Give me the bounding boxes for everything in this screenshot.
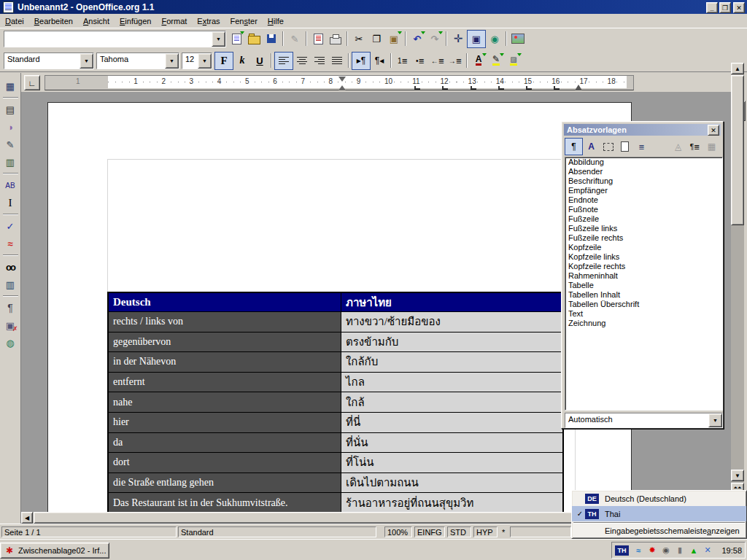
print-icon[interactable] xyxy=(327,31,344,47)
style-list-item[interactable]: Rahmeninhalt xyxy=(565,271,722,281)
autotext-icon[interactable]: AB xyxy=(1,176,20,194)
table-cell-thai[interactable]: ตรงข้ามกับ xyxy=(341,332,562,352)
gallery-icon[interactable] xyxy=(509,31,527,47)
table-cell-thai[interactable]: ใกล้กับ xyxy=(341,352,562,372)
paragraph-style-combobox[interactable]: Standard ▼ xyxy=(4,52,94,69)
remove-hardware-icon[interactable]: ▲ xyxy=(688,545,700,556)
save-icon[interactable] xyxy=(263,31,280,47)
highlighting-icon[interactable]: ✎ xyxy=(487,52,505,69)
vertical-scrollbar[interactable]: ▲ ▼ ⏶⏶ ⏷⏷ xyxy=(731,63,744,512)
draw-functions-icon[interactable]: ✎ xyxy=(1,136,20,153)
insert-frame-icon[interactable]: ▤ xyxy=(1,101,20,118)
ooo-quickstarter-icon[interactable]: ≈ xyxy=(632,545,644,556)
chevron-down-icon[interactable]: ▼ xyxy=(198,53,212,69)
paragraph-style-value[interactable]: Standard xyxy=(4,53,80,69)
table-cell-thai[interactable]: ที่โน่น xyxy=(341,453,562,472)
style-list-item[interactable]: Abbildung xyxy=(565,158,722,167)
style-filter-combobox[interactable]: Automatisch ▼ xyxy=(565,413,723,428)
table-header-de[interactable]: Deutsch xyxy=(109,293,341,311)
load-url-value[interactable] xyxy=(4,31,212,47)
align-justify-icon[interactable] xyxy=(328,52,346,69)
style-list-item[interactable]: Kopfzeile links xyxy=(565,252,722,262)
tab-type-selector[interactable]: ∟ xyxy=(24,75,40,90)
nonprinting-characters-icon[interactable]: ¶ xyxy=(1,299,20,316)
style-list-item[interactable]: Zeichnung xyxy=(565,319,722,328)
language-menu-item[interactable]: ✓ TH Thai xyxy=(572,506,746,521)
table-cell-thai[interactable]: ที่นั่น xyxy=(341,433,562,453)
undo-icon[interactable]: ↶ xyxy=(409,31,426,47)
right-indent-marker[interactable] xyxy=(575,81,582,90)
scroll-down-icon[interactable]: ▼ xyxy=(731,470,744,481)
font-name-value[interactable]: Tahoma xyxy=(97,53,165,69)
new-style-from-selection-icon[interactable]: ¶≣ xyxy=(686,139,703,155)
spellcheck-icon[interactable]: ✓ xyxy=(1,217,20,235)
paragraph-styles-icon[interactable]: ¶ xyxy=(565,138,583,155)
menu-item[interactable]: Bearbeiten xyxy=(29,15,78,27)
stylist-title-bar[interactable]: Absatzvorlagen ✕ xyxy=(564,124,721,136)
align-center-icon[interactable] xyxy=(293,52,311,69)
scroll-left-icon[interactable]: ◀ xyxy=(21,512,33,524)
close-button[interactable]: ✕ xyxy=(733,2,745,13)
menu-item[interactable]: Einfügen xyxy=(115,15,156,27)
table-cell-thai[interactable]: ที่นี่ xyxy=(341,413,562,432)
task-button[interactable]: Zwischenablage02 - Irf... xyxy=(0,542,109,559)
menu-item[interactable]: Datei xyxy=(0,15,29,27)
style-list-item[interactable]: Absender xyxy=(565,167,722,176)
tabstop-marker[interactable] xyxy=(526,86,532,90)
tabstop-marker[interactable] xyxy=(471,86,476,90)
display-utility-icon[interactable]: ✕ xyxy=(702,545,713,556)
find-replace-icon[interactable]: oo xyxy=(1,258,20,276)
style-list-item[interactable]: Fußnote xyxy=(565,205,722,214)
volume-icon[interactable]: ◉ xyxy=(660,545,672,556)
insert-object-icon[interactable]: ◑ xyxy=(1,118,20,136)
insert-mode-indicator[interactable]: EINFG xyxy=(414,526,445,537)
chevron-down-icon[interactable]: ▼ xyxy=(80,53,93,69)
hyperlink-mode-indicator[interactable]: HYP xyxy=(473,526,498,537)
new-document-icon[interactable] xyxy=(228,31,245,47)
navigator-icon[interactable]: ✛ xyxy=(449,31,467,47)
style-list-item[interactable]: Text xyxy=(565,309,722,319)
scroll-up-icon[interactable]: ▲ xyxy=(731,63,744,74)
menu-item[interactable]: Ansicht xyxy=(78,15,115,27)
autospellcheck-icon[interactable]: ≈ xyxy=(1,235,20,252)
table-cell-thai[interactable]: ร้านอาหารอยู่ที่ถนนสุขุมวิท xyxy=(341,493,562,512)
background-color-icon[interactable]: ▨ xyxy=(505,52,522,69)
table-header-th[interactable]: ภาษาไทย xyxy=(341,293,562,311)
hyperlink-dialog-icon[interactable]: ◉ xyxy=(486,31,503,47)
style-list-item[interactable]: Tabellen Inhalt xyxy=(565,290,722,300)
mouse-icon[interactable]: ▮ xyxy=(674,545,686,556)
selection-mode-indicator[interactable]: STD xyxy=(447,526,471,537)
style-list-item[interactable]: Kopfzeile rechts xyxy=(565,262,722,271)
style-list-item[interactable]: Fußzeile xyxy=(565,214,722,224)
table-cell-german[interactable]: Das Restaurant ist in der Sukhumvitstraß… xyxy=(109,493,341,512)
menu-item[interactable]: Hilfe xyxy=(263,15,289,27)
table-cell-german[interactable]: da xyxy=(109,433,341,453)
export-pdf-icon[interactable] xyxy=(309,31,327,47)
table-cell-german[interactable]: in der Nähevon xyxy=(109,352,341,372)
font-name-combobox[interactable]: Tahoma ▼ xyxy=(96,52,179,69)
table-cell-thai[interactable]: ไกล xyxy=(341,373,562,392)
vertical-scroll-thumb[interactable] xyxy=(731,75,744,225)
data-sources-icon[interactable]: ▥ xyxy=(1,276,20,293)
edit-file-icon[interactable]: ✎ xyxy=(286,31,303,47)
style-list-item[interactable]: Kopfzeile xyxy=(565,243,722,252)
style-list-item[interactable]: Fußzeile links xyxy=(565,224,722,233)
zoom-indicator[interactable]: 100% xyxy=(384,526,412,537)
clock[interactable]: 19:58 xyxy=(721,546,742,555)
menu-item[interactable]: Extras xyxy=(192,15,225,27)
table-cell-thai[interactable]: ใกล้ xyxy=(341,392,562,412)
page-style-indicator[interactable]: Standard xyxy=(178,526,376,537)
keyboard-language-indicator[interactable]: TH xyxy=(615,545,629,556)
style-list-item[interactable]: Beschriftung xyxy=(565,176,722,186)
table-cell-german[interactable]: entfernt xyxy=(109,373,341,392)
style-list-item[interactable]: Tabelle xyxy=(565,281,722,290)
load-url-combobox[interactable]: ▼ xyxy=(4,31,226,47)
chevron-down-icon[interactable]: ▼ xyxy=(165,53,179,69)
language-menu-item[interactable]: DE Deutsch (Deutschland) xyxy=(572,491,746,506)
direct-cursor-icon[interactable]: I xyxy=(1,194,20,211)
images-onoff-icon[interactable]: ▣✗ xyxy=(1,316,20,334)
cut-icon[interactable]: ✂ xyxy=(350,31,368,47)
style-list-item[interactable]: Empfänger xyxy=(565,186,722,195)
font-size-value[interactable]: 12 xyxy=(182,53,198,69)
minimize-button[interactable]: _ xyxy=(706,2,718,13)
